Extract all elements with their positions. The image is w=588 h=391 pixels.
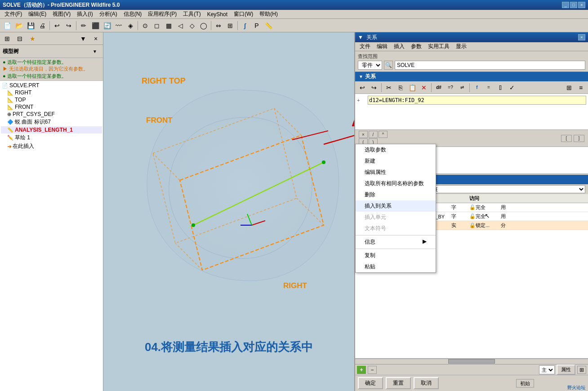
ctx-delete[interactable]: 删除: [356, 189, 436, 200]
switch-btn[interactable]: ⇌: [457, 82, 468, 93]
verify-btn[interactable]: =?: [445, 82, 456, 93]
tree-item-top[interactable]: 📐 TOP: [1, 96, 102, 103]
calc-open-bracket[interactable]: [: [561, 135, 572, 142]
bracket-btn[interactable]: []: [495, 82, 506, 93]
ctx-new[interactable]: 新建: [356, 156, 436, 167]
menu-help[interactable]: 帮助(H): [257, 10, 281, 18]
paste-rel-btn[interactable]: 📋: [407, 82, 418, 93]
toolbar-mirror[interactable]: ⇔: [213, 20, 224, 31]
toolbar-redo[interactable]: ↪: [63, 20, 74, 31]
toolbar-relations[interactable]: ∫: [240, 20, 250, 31]
confirm-button[interactable]: 确定: [358, 377, 383, 389]
grid-layout-btn[interactable]: ⊞: [577, 366, 586, 374]
toolbar-new[interactable]: 📄: [2, 20, 13, 31]
search-input[interactable]: [395, 61, 585, 70]
undo-btn[interactable]: ↩: [357, 82, 368, 93]
toolbar-sweep[interactable]: 〰: [113, 20, 124, 31]
redo-btn[interactable]: ↪: [369, 82, 379, 93]
toolbar-pattern[interactable]: ⊞: [225, 20, 236, 31]
dialog-menu-edit[interactable]: 编辑: [374, 42, 390, 51]
toolbar-chamfer[interactable]: ◇: [187, 20, 197, 31]
copy-rel-btn[interactable]: ⎘: [395, 82, 406, 93]
remove-param-btn[interactable]: −: [368, 366, 377, 374]
format-btn[interactable]: d#: [433, 82, 444, 93]
toolbar-params[interactable]: P: [251, 20, 262, 31]
cancel-button[interactable]: 取消: [414, 377, 439, 389]
toolbar-shell[interactable]: ◻: [151, 20, 162, 31]
ctx-info[interactable]: 信息▶: [356, 236, 436, 248]
maximize-button[interactable]: □: [570, 2, 577, 8]
search-icon-btn[interactable]: 🔍: [384, 61, 393, 70]
dialog-menu-params[interactable]: 参数: [408, 42, 424, 51]
toolbar-blend[interactable]: ◈: [125, 20, 136, 31]
dialog-menu-file[interactable]: 文件: [357, 42, 373, 51]
props-button[interactable]: 属性: [557, 364, 575, 375]
toolbar-save[interactable]: 💾: [25, 20, 36, 31]
toolbar-measure[interactable]: 📏: [263, 20, 274, 31]
tree-item-prt-csys[interactable]: ⊕ PRT_CSYS_DEF: [1, 111, 102, 118]
dialog-menu-tools[interactable]: 实用工具: [425, 42, 452, 51]
window-controls[interactable]: _ □ ×: [562, 2, 585, 8]
ctx-copy[interactable]: 复制: [356, 250, 436, 261]
toolbar-extrude[interactable]: ⬛: [90, 20, 101, 31]
menu-file[interactable]: 文件(F): [2, 10, 25, 18]
add-param-btn[interactable]: +: [357, 366, 366, 374]
close-button[interactable]: ×: [578, 2, 585, 8]
menu-analysis[interactable]: 分析(A): [97, 10, 120, 18]
tree-item-analysis[interactable]: 📏 ANALYSIS_LENGTH_1: [1, 126, 102, 133]
menu-keyshot[interactable]: KeyShot: [205, 11, 230, 18]
tree-item-insert-here[interactable]: ➜ 在此插入: [1, 142, 102, 151]
menu-info[interactable]: 信息(N): [121, 10, 145, 18]
calc-multiply[interactable]: ×: [359, 131, 368, 138]
ctx-paste[interactable]: 粘贴: [356, 261, 436, 272]
calc-power[interactable]: ^: [379, 131, 388, 138]
ctx-select-same-name[interactable]: 选取所有相同名称的参数: [356, 178, 436, 189]
tree-more[interactable]: ▼: [78, 33, 89, 44]
toolbar-round[interactable]: ◯: [198, 20, 209, 31]
dialog-close-button[interactable]: ×: [578, 34, 585, 40]
menu-view[interactable]: 视图(V): [50, 10, 73, 18]
toolbar-print[interactable]: 🖨: [37, 20, 48, 31]
ctx-insert-to-rel[interactable]: 插入到关系: [356, 200, 436, 212]
ctx-edit-props[interactable]: 编辑属性: [356, 167, 436, 178]
func-btn[interactable]: f: [472, 82, 482, 93]
tree-collapse[interactable]: ⊟: [14, 33, 25, 44]
calc-divide[interactable]: /: [369, 131, 378, 138]
toolbar-sketch[interactable]: ✏: [78, 20, 89, 31]
ctx-select-param[interactable]: 选取参数: [356, 144, 436, 156]
delete-rel-btn[interactable]: ✕: [419, 82, 429, 93]
dialog-menu-display[interactable]: 显示: [453, 42, 469, 51]
minimize-button[interactable]: _: [562, 2, 569, 8]
grid-view-btn[interactable]: ⊞: [564, 82, 575, 93]
menu-apps[interactable]: 应用程序(P): [145, 10, 179, 18]
tree-item-sketch[interactable]: ✏️ 草绘 1: [1, 133, 102, 142]
reset-button[interactable]: 重置: [386, 377, 411, 389]
calc-mode-btn[interactable]: =: [483, 82, 494, 93]
tree-settings[interactable]: ★: [27, 33, 38, 44]
calc-close-bracket[interactable]: ]: [574, 135, 584, 142]
tree-item-front[interactable]: 📐 FRONT: [1, 103, 102, 111]
tree-close[interactable]: ×: [90, 33, 101, 44]
editor-input[interactable]: [368, 96, 586, 105]
search-scope-select[interactable]: 零件: [358, 61, 382, 70]
scrollbar-thumb[interactable]: [448, 359, 495, 364]
tree-item-root[interactable]: 📄 SOLVE.PRT: [1, 82, 102, 89]
horizontal-scrollbar[interactable]: [355, 359, 588, 364]
toolbar-revolve[interactable]: 🔄: [102, 20, 112, 31]
tree-item-right[interactable]: 📐 RIGHT: [1, 89, 102, 96]
tree-menu-btn[interactable]: ▼: [89, 46, 100, 57]
menu-edit[interactable]: 编辑(E): [26, 10, 49, 18]
toolbar-undo[interactable]: ↩: [52, 20, 62, 31]
toolbar-rib[interactable]: ▦: [163, 20, 174, 31]
toolbar-draft[interactable]: ◁: [175, 20, 186, 31]
menu-insert[interactable]: 插入(I): [74, 10, 95, 18]
menu-tools[interactable]: 工具(T): [180, 10, 203, 18]
toolbar-open[interactable]: 📂: [13, 20, 24, 31]
tree-expand[interactable]: ⊞: [2, 33, 13, 44]
cut-btn[interactable]: ✂: [383, 82, 394, 93]
list-view-btn[interactable]: ≡: [575, 82, 586, 93]
dialog-menu-insert[interactable]: 插入: [391, 42, 407, 51]
menu-window[interactable]: 窗口(W): [231, 10, 256, 18]
tree-item-surface[interactable]: 🔷 蜕 曲面 标识67: [1, 118, 102, 126]
param-type-select[interactable]: 主: [539, 365, 555, 374]
